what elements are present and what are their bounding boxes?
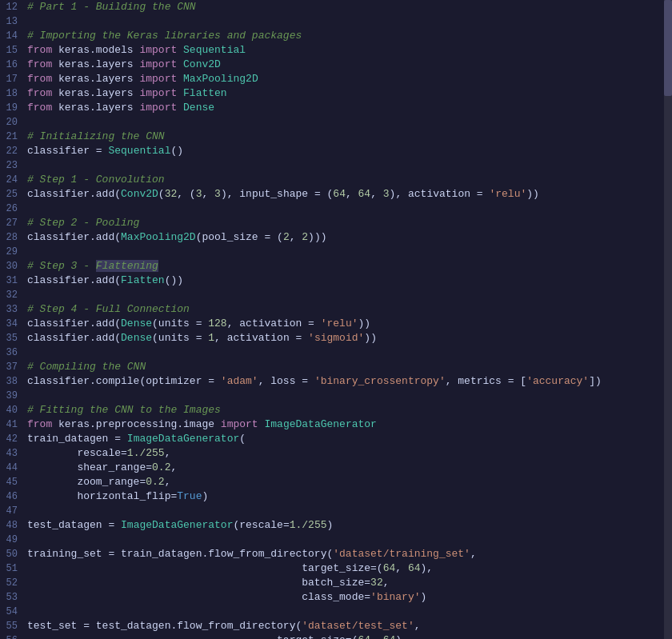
code-line: 20 bbox=[0, 115, 672, 130]
line-content: classifier = Sequential() bbox=[24, 144, 672, 158]
line-content: target_size=(64, 64), bbox=[24, 633, 672, 639]
line-number: 56 bbox=[0, 633, 24, 639]
line-content: from keras.preprocessing.image import Im… bbox=[24, 417, 672, 432]
line-number: 42 bbox=[0, 432, 24, 446]
line-number: 30 bbox=[0, 259, 24, 274]
line-content: from keras.layers import MaxPooling2D bbox=[24, 72, 672, 86]
line-number: 23 bbox=[0, 158, 24, 173]
line-number: 25 bbox=[0, 187, 24, 202]
line-content: # Compiling the CNN bbox=[24, 360, 672, 374]
code-line: 50training_set = train_datagen.flow_from… bbox=[0, 547, 672, 561]
line-content: classifier.compile(optimizer = 'adam', l… bbox=[24, 374, 672, 389]
code-line: 35classifier.add(Dense(units = 1, activa… bbox=[0, 331, 672, 345]
code-line: 45 zoom_range=0.2, bbox=[0, 475, 672, 489]
line-content: classifier.add(Conv2D(32, (3, 3), input_… bbox=[24, 187, 672, 202]
line-number: 47 bbox=[0, 504, 24, 518]
code-line: 32 bbox=[0, 288, 672, 302]
code-line: 30# Step 3 - Flattening bbox=[0, 259, 672, 274]
line-content: from keras.layers import Dense bbox=[24, 101, 672, 115]
code-line: 44 shear_range=0.2, bbox=[0, 461, 672, 475]
line-number: 12 bbox=[0, 0, 24, 14]
code-line: 42train_datagen = ImageDataGenerator( bbox=[0, 432, 672, 446]
code-line: 48test_datagen = ImageDataGenerator(resc… bbox=[0, 518, 672, 533]
line-number: 54 bbox=[0, 605, 24, 619]
line-number: 36 bbox=[0, 345, 24, 360]
line-content: shear_range=0.2, bbox=[24, 461, 672, 475]
code-editor: 12# Part 1 - Building the CNN1314# Impor… bbox=[0, 0, 672, 639]
line-number: 22 bbox=[0, 144, 24, 158]
line-content: zoom_range=0.2, bbox=[24, 475, 672, 489]
line-number: 49 bbox=[0, 533, 24, 547]
scrollbar-track[interactable] bbox=[664, 0, 672, 639]
code-line: 41from keras.preprocessing.image import … bbox=[0, 417, 672, 432]
line-number: 13 bbox=[0, 14, 24, 29]
line-content: # Step 4 - Full Connection bbox=[24, 302, 672, 317]
line-number: 33 bbox=[0, 302, 24, 317]
line-content: # Step 2 - Pooling bbox=[24, 216, 672, 230]
line-number: 45 bbox=[0, 475, 24, 489]
code-line: 15from keras.models import Sequential bbox=[0, 43, 672, 58]
code-line: 54 bbox=[0, 605, 672, 619]
line-number: 28 bbox=[0, 230, 24, 245]
code-line: 52 batch_size=32, bbox=[0, 576, 672, 590]
line-number: 19 bbox=[0, 101, 24, 115]
line-content: classifier.add(Dense(units = 1, activati… bbox=[24, 331, 672, 345]
line-content: rescale=1./255, bbox=[24, 446, 672, 461]
code-line: 27# Step 2 - Pooling bbox=[0, 216, 672, 230]
code-line: 24# Step 1 - Convolution bbox=[0, 173, 672, 187]
line-number: 18 bbox=[0, 86, 24, 101]
line-content: from keras.layers import Conv2D bbox=[24, 58, 672, 72]
line-content: from keras.models import Sequential bbox=[24, 43, 672, 58]
scrollbar-thumb[interactable] bbox=[664, 0, 672, 96]
line-content: # Step 3 - Flattening bbox=[24, 259, 672, 274]
line-content: batch_size=32, bbox=[24, 576, 672, 590]
line-number: 55 bbox=[0, 619, 24, 633]
line-content: classifier.add(Dense(units = 128, activa… bbox=[24, 317, 672, 331]
code-line: 38classifier.compile(optimizer = 'adam',… bbox=[0, 374, 672, 389]
line-number: 27 bbox=[0, 216, 24, 230]
line-content: from keras.layers import Flatten bbox=[24, 86, 672, 101]
line-content: horizontal_flip=True) bbox=[24, 489, 672, 504]
line-number: 48 bbox=[0, 518, 24, 533]
line-number: 43 bbox=[0, 446, 24, 461]
code-line: 22classifier = Sequential() bbox=[0, 144, 672, 158]
code-line: 47 bbox=[0, 504, 672, 518]
line-number: 39 bbox=[0, 389, 24, 403]
code-line: 37# Compiling the CNN bbox=[0, 360, 672, 374]
line-content: class_mode='binary') bbox=[24, 590, 672, 605]
code-line: 18from keras.layers import Flatten bbox=[0, 86, 672, 101]
code-line: 21# Initializing the CNN bbox=[0, 130, 672, 144]
line-number: 29 bbox=[0, 245, 24, 259]
code-line: 31classifier.add(Flatten()) bbox=[0, 274, 672, 288]
line-number: 34 bbox=[0, 317, 24, 331]
line-number: 51 bbox=[0, 561, 24, 576]
line-number: 46 bbox=[0, 489, 24, 504]
code-line: 28classifier.add(MaxPooling2D(pool_size … bbox=[0, 230, 672, 245]
line-content: # Part 1 - Building the CNN bbox=[24, 0, 672, 14]
line-number: 52 bbox=[0, 576, 24, 590]
line-number: 50 bbox=[0, 547, 24, 561]
line-content: classifier.add(Flatten()) bbox=[24, 274, 672, 288]
code-line: 36 bbox=[0, 345, 672, 360]
code-line: 40# Fitting the CNN to the Images bbox=[0, 403, 672, 417]
code-line: 16from keras.layers import Conv2D bbox=[0, 58, 672, 72]
code-line: 34classifier.add(Dense(units = 128, acti… bbox=[0, 317, 672, 331]
line-number: 53 bbox=[0, 590, 24, 605]
line-number: 16 bbox=[0, 58, 24, 72]
code-line: 56 target_size=(64, 64), bbox=[0, 633, 672, 639]
line-content: train_datagen = ImageDataGenerator( bbox=[24, 432, 672, 446]
line-number: 35 bbox=[0, 331, 24, 345]
code-line: 29 bbox=[0, 245, 672, 259]
line-content: test_datagen = ImageDataGenerator(rescal… bbox=[24, 518, 672, 533]
code-line: 51 target_size=(64, 64), bbox=[0, 561, 672, 576]
code-line: 17from keras.layers import MaxPooling2D bbox=[0, 72, 672, 86]
code-line: 46 horizontal_flip=True) bbox=[0, 489, 672, 504]
code-line: 53 class_mode='binary') bbox=[0, 590, 672, 605]
code-line: 12# Part 1 - Building the CNN bbox=[0, 0, 672, 14]
line-content: target_size=(64, 64), bbox=[24, 561, 672, 576]
line-number: 14 bbox=[0, 29, 24, 43]
line-number: 24 bbox=[0, 173, 24, 187]
code-line: 14# Importing the Keras libraries and pa… bbox=[0, 29, 672, 43]
line-number: 41 bbox=[0, 417, 24, 432]
line-content: # Step 1 - Convolution bbox=[24, 173, 672, 187]
